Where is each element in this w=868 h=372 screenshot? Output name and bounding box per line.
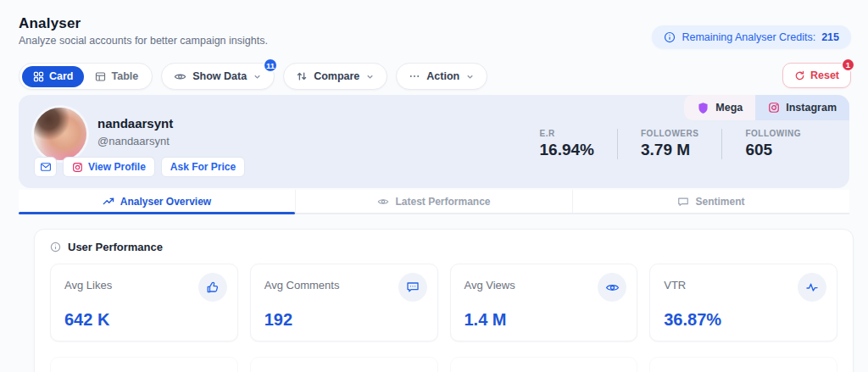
- metric-card-avg-views: Avg Views 1.4 M: [450, 264, 638, 341]
- stat-followers: FOLLOWERS 3.79 M: [617, 129, 721, 159]
- show-data-button[interactable]: Show Data 11: [161, 63, 275, 90]
- stat-label: FOLLOWERS: [641, 129, 698, 138]
- swap-arrows-icon: [296, 70, 308, 82]
- metric-value: 36.87%: [664, 310, 721, 330]
- analyser-page: Analyser Analyze social accounts for bet…: [0, 0, 868, 372]
- tab-label: Analyser Overview: [120, 196, 211, 208]
- table-view-label: Table: [111, 70, 138, 82]
- tab-sentiment[interactable]: Sentiment: [572, 190, 849, 213]
- view-toggle-group: Card Table: [19, 63, 153, 90]
- ask-for-price-label: Ask For Price: [170, 161, 236, 173]
- panel-heading-label: User Performance: [68, 241, 163, 253]
- stat-value: 3.79 M: [641, 141, 698, 159]
- table-icon: [95, 71, 106, 82]
- chevron-down-icon: [253, 72, 262, 81]
- table-view-button[interactable]: Table: [84, 66, 149, 87]
- metric-card-avg-comments: Avg Comments 192: [250, 264, 438, 341]
- envelope-icon: [40, 161, 52, 173]
- ghost-card: [250, 357, 438, 372]
- info-icon: [664, 31, 676, 43]
- next-section-hint: [50, 357, 837, 372]
- profile-name: nandaarsynt: [97, 116, 173, 130]
- card-view-label: Card: [49, 70, 73, 82]
- tab-label: Sentiment: [695, 196, 744, 208]
- grid-icon: [33, 71, 44, 82]
- view-profile-label: View Profile: [88, 161, 146, 173]
- tier-badge-label: Mega: [715, 102, 743, 114]
- show-data-label: Show Data: [192, 70, 247, 82]
- profile-stats: E.R 16.94% FOLLOWERS 3.79 M FOLLOWING 60…: [517, 129, 824, 159]
- tier-badge: Mega: [684, 95, 755, 120]
- tabbar: Analyser Overview Latest Performance Sen…: [19, 190, 849, 214]
- user-performance-panel: User Performance Avg Likes 642 K Avg Com…: [34, 229, 854, 372]
- ghost-card: [50, 357, 238, 372]
- ellipsis-icon: [409, 70, 420, 82]
- toolbar: Card Table Show Data 11: [19, 63, 487, 90]
- compare-button[interactable]: Compare: [283, 63, 387, 90]
- eye-icon: [377, 196, 389, 208]
- instagram-icon: [72, 162, 83, 173]
- remaining-credits-pill: Remaining Analyser Credits: 215: [652, 25, 851, 48]
- stat-value: 605: [745, 141, 801, 159]
- metric-row: Avg Likes 642 K Avg Comments: [50, 264, 837, 341]
- action-label: Action: [426, 70, 459, 82]
- tab-analyser-overview[interactable]: Analyser Overview: [19, 190, 295, 213]
- metric-value: 192: [264, 310, 292, 330]
- info-icon: [50, 242, 61, 253]
- comment-icon: [398, 273, 427, 302]
- chevron-down-icon: [465, 72, 475, 81]
- ghost-card: [649, 357, 837, 372]
- thumbs-up-icon: [198, 273, 227, 302]
- action-button[interactable]: Action: [396, 63, 487, 90]
- trending-up-icon: [103, 196, 114, 208]
- tab-latest-performance[interactable]: Latest Performance: [295, 190, 572, 213]
- reset-button[interactable]: Reset 1: [782, 63, 851, 88]
- profile-actions: View Profile Ask For Price: [34, 157, 245, 177]
- platform-badge: Instagram: [755, 95, 849, 120]
- metric-value: 642 K: [64, 310, 109, 330]
- metric-card-avg-likes: Avg Likes 642 K: [50, 264, 238, 341]
- eye-icon: [598, 273, 626, 302]
- compare-label: Compare: [314, 70, 359, 82]
- refresh-icon: [794, 70, 805, 81]
- stat-label: E.R: [540, 129, 594, 138]
- chevron-down-icon: [365, 72, 375, 81]
- card-view-button[interactable]: Card: [22, 66, 84, 87]
- page-title: Analyser: [19, 15, 81, 32]
- stat-label: FOLLOWING: [745, 129, 801, 138]
- pulse-icon: [798, 273, 826, 302]
- avatar[interactable]: [34, 108, 86, 160]
- profile-card: nandaarsynt @nandaarsynt View Profile: [19, 95, 849, 188]
- reset-label: Reset: [810, 69, 839, 81]
- profile-handle: @nandaarsynt: [97, 135, 170, 147]
- eye-icon: [174, 70, 186, 83]
- shield-icon: [697, 102, 709, 114]
- instagram-icon: [768, 102, 780, 114]
- show-data-count-badge: 11: [263, 58, 278, 73]
- stat-following: FOLLOWING 605: [721, 129, 824, 159]
- badge-strip: Mega Instagram: [684, 95, 849, 120]
- panel-heading: User Performance: [50, 241, 163, 253]
- stat-engagement-rate: E.R 16.94%: [517, 129, 617, 159]
- ghost-card: [450, 357, 638, 372]
- email-button[interactable]: [34, 157, 57, 177]
- ask-for-price-button[interactable]: Ask For Price: [161, 157, 245, 177]
- stat-value: 16.94%: [540, 141, 594, 159]
- platform-badge-label: Instagram: [786, 102, 837, 114]
- metric-card-vtr: VTR 36.87%: [649, 264, 837, 341]
- chat-icon: [677, 196, 689, 208]
- credits-value: 215: [821, 31, 839, 43]
- view-profile-button[interactable]: View Profile: [63, 157, 155, 177]
- credits-label: Remaining Analyser Credits:: [682, 31, 815, 43]
- page-subtitle: Analyze social accounts for better campa…: [19, 35, 268, 47]
- reset-count-badge: 1: [841, 58, 855, 72]
- tab-label: Latest Performance: [395, 196, 490, 208]
- metric-value: 1.4 M: [465, 310, 507, 330]
